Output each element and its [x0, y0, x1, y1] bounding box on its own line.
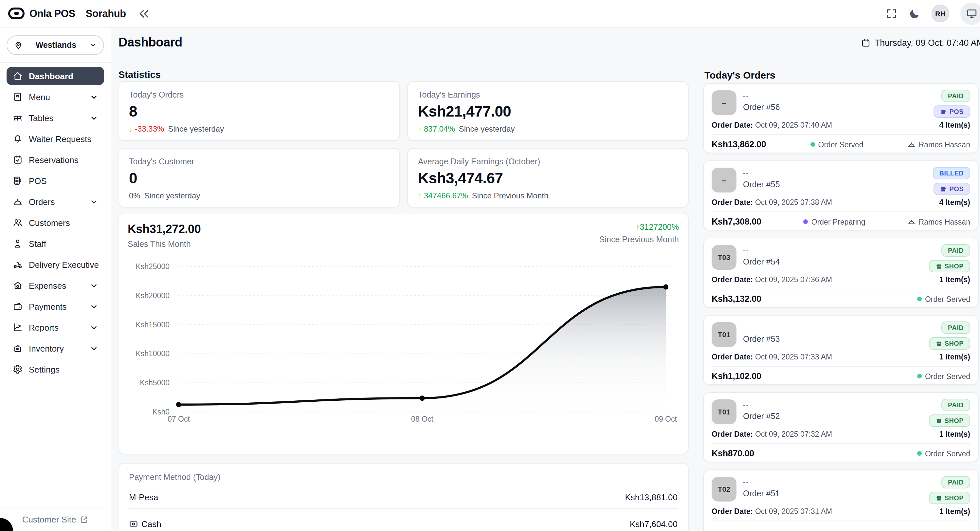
stat-card-2: Today's Customer00%Since yesterday — [118, 148, 400, 208]
monitor-icon — [966, 8, 977, 19]
expense-house-icon — [13, 280, 23, 291]
order-card-footer: Ksh3,132.00Order Served — [711, 294, 970, 304]
delta-percent: 347466.67% — [424, 191, 468, 200]
storefront-icon — [935, 263, 942, 269]
dark-mode-button[interactable] — [908, 8, 920, 19]
sidebar-item-expenses[interactable]: Expenses — [6, 276, 104, 295]
sidebar-nav: DashboardMenuTablesWaiter RequestsReserv… — [0, 67, 111, 378]
sidebar-item-label: Payments — [29, 302, 84, 311]
order-badges: PAIDPOS — [934, 90, 970, 118]
statistics-grid: Today's Orders8↓-33.33%Since yesterdayTo… — [118, 81, 689, 208]
order-card-56[interactable]: ----Order #56PAIDPOSOrder Date: Oct 09, … — [703, 83, 979, 153]
order-number: Order #56 — [743, 103, 780, 112]
order-badges: PAIDSHOP — [929, 399, 970, 427]
order-card-55[interactable]: ----Order #55BILLEDPOSOrder Date: Oct 09… — [703, 161, 979, 231]
payment-method-row: M-PesaKsh13,881.00 — [129, 486, 678, 508]
customer-site-label: Customer Site — [22, 514, 76, 524]
order-card-divider — [711, 134, 970, 135]
sidebar-item-label: Dashboard — [29, 71, 98, 81]
sidebar-collapse-button[interactable] — [138, 7, 151, 20]
storefront-icon — [935, 340, 942, 347]
chevron-down-icon — [90, 323, 98, 332]
order-customer-name: -- — [743, 92, 780, 100]
svg-text:Ksh20000: Ksh20000 — [135, 291, 170, 300]
order-status: Order Served — [917, 295, 970, 303]
users-icon — [13, 217, 23, 228]
delta-caption: Since Previous Month — [472, 191, 548, 200]
sidebar-item-label: Settings — [29, 364, 98, 374]
stat-label: Average Daily Earnings (October) — [418, 157, 678, 166]
sidebar-item-payments[interactable]: Payments — [6, 297, 104, 316]
customer-site-link[interactable]: Customer Site — [0, 507, 111, 531]
order-items-count: 1 Item(s) — [939, 430, 970, 438]
calendar-icon — [861, 38, 871, 48]
stat-delta: 0%Since yesterday — [129, 191, 388, 200]
location-selector[interactable]: Westlands — [6, 35, 104, 55]
pos-terminal-icon — [13, 175, 23, 186]
order-card-divider — [711, 211, 970, 212]
cloche-icon — [908, 217, 916, 226]
sidebar-item-delivery-executive[interactable]: Delivery Executive — [6, 255, 104, 274]
order-number: Order #54 — [743, 257, 780, 267]
chevron-down-icon — [90, 302, 98, 311]
order-badges: PAIDSHOP — [929, 244, 970, 272]
sidebar-item-dashboard[interactable]: Dashboard — [6, 67, 104, 85]
order-items-count: 1 Item(s) — [939, 276, 970, 283]
sidebar-item-label: Tables — [29, 113, 84, 123]
sidebar-item-reports[interactable]: Reports — [6, 318, 104, 337]
sidebar: Westlands DashboardMenuTablesWaiter Requ… — [0, 27, 111, 531]
svg-text:08 Oct: 08 Oct — [411, 415, 433, 423]
order-amount: Ksh870.00 — [711, 448, 754, 458]
svg-text:Ksh15000: Ksh15000 — [135, 321, 170, 329]
fullscreen-button[interactable] — [886, 8, 897, 19]
sidebar-item-menu[interactable]: Menu — [6, 88, 104, 106]
order-amount: Ksh13,862.00 — [711, 140, 766, 149]
moon-icon — [908, 8, 920, 19]
order-card-54[interactable]: T03--Order #54PAIDSHOPOrder Date: Oct 09… — [703, 238, 979, 308]
order-card-51[interactable]: T02--Order #51PAIDSHOPOrder Date: Oct 09… — [703, 469, 979, 531]
chevron-down-icon — [90, 93, 98, 101]
stat-label: Today's Customer — [129, 157, 388, 166]
sidebar-item-label: Reports — [29, 323, 84, 332]
stat-value: Ksh3,474.67 — [418, 170, 678, 187]
chevron-down-icon — [90, 344, 98, 353]
home-icon — [13, 71, 23, 81]
order-amount: Ksh1,102.00 — [711, 371, 761, 381]
order-customer-name: -- — [743, 246, 780, 254]
page-title: Dashboard — [118, 35, 182, 50]
wallet-icon — [13, 301, 23, 312]
order-card-52[interactable]: T01--Order #52PAIDSHOPOrder Date: Oct 09… — [703, 392, 979, 462]
order-card-53[interactable]: T01--Order #53PAIDSHOPOrder Date: Oct 09… — [703, 315, 979, 385]
user-avatar[interactable]: RH — [932, 5, 949, 22]
order-items-count: 1 Item(s) — [939, 507, 970, 515]
storefront-icon — [940, 186, 947, 192]
badge-paid: PAID — [941, 244, 970, 257]
order-number: Order #55 — [743, 180, 780, 189]
sidebar-item-customers[interactable]: Customers — [6, 213, 104, 232]
order-card-divider — [711, 289, 970, 289]
stat-label: Today's Earnings — [418, 91, 678, 100]
sidebar-item-reservations[interactable]: Reservations — [6, 151, 104, 169]
sidebar-item-waiter-requests[interactable]: Waiter Requests — [6, 130, 104, 148]
order-date: Order Date: Oct 09, 2025 07:36 AM — [711, 276, 832, 283]
order-card-footer: Ksh7,308.00Order PreparingRamos Hassan — [711, 217, 970, 227]
sidebar-item-label: Orders — [29, 197, 84, 207]
sidebar-item-inventory[interactable]: Inventory — [6, 339, 104, 358]
payment-method-name: M-Pesa — [129, 492, 158, 502]
display-mode-button[interactable] — [960, 2, 980, 25]
sidebar-item-settings[interactable]: Settings — [6, 360, 104, 378]
staff-icon — [13, 238, 23, 249]
external-link-icon — [80, 515, 88, 523]
sidebar-item-staff[interactable]: Staff — [6, 234, 104, 253]
order-number: Order #52 — [743, 412, 780, 421]
statistics-section-title: Statistics — [118, 69, 161, 80]
order-status: Order Preparing — [803, 218, 865, 226]
sidebar-item-pos[interactable]: POS — [6, 172, 104, 190]
delta-percent: 0% — [129, 191, 140, 200]
badge-shop: SHOP — [929, 415, 970, 427]
sidebar-item-tables[interactable]: Tables — [6, 109, 104, 127]
order-items-count: 4 Item(s) — [939, 199, 970, 206]
order-table-avatar: T02 — [711, 477, 737, 502]
badge-paid: PAID — [941, 476, 970, 488]
sidebar-item-orders[interactable]: Orders — [6, 192, 104, 211]
